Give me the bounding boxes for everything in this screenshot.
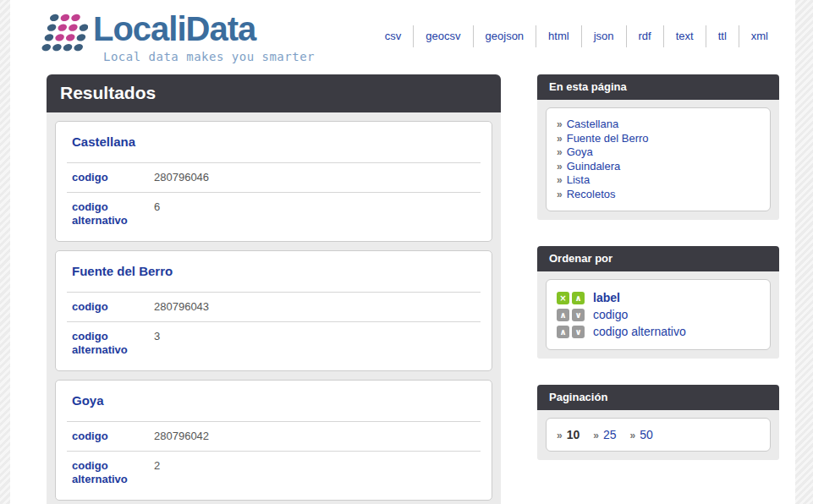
list-item: »Fuente del Berro	[557, 132, 760, 146]
toc-link-lista[interactable]: Lista	[567, 173, 590, 186]
chevron-right-icon: »	[557, 430, 563, 441]
content: Resultados Castellana codigo 280796046 c…	[10, 74, 795, 504]
field-label: codigo	[72, 300, 154, 314]
page-size-current[interactable]: 10	[567, 428, 580, 441]
format-link-xml[interactable]: xml	[739, 25, 780, 47]
toc-link-fuente-del-berro[interactable]: Fuente del Berro	[567, 132, 649, 145]
format-link-text[interactable]: text	[663, 25, 706, 47]
page: LocaliData Local data makes you smarter …	[10, 0, 795, 504]
sort-asc-icon[interactable]: ∧	[557, 326, 569, 338]
result-card-castellana: Castellana codigo 280796046 codigo alter…	[55, 121, 492, 242]
chevron-right-icon: »	[593, 430, 599, 441]
on-this-page-body: »Castellana »Fuente del Berro »Goya »Gui…	[537, 100, 779, 220]
chevron-right-icon: »	[557, 133, 563, 145]
field-value: 280796042	[154, 430, 209, 443]
format-link-csv[interactable]: csv	[373, 25, 414, 47]
chevron-right-icon: »	[557, 174, 563, 186]
page-size-option-50[interactable]: »50	[630, 428, 653, 441]
sort-option-codigo[interactable]: codigo	[593, 308, 628, 321]
table-row: codigo 280796043	[67, 292, 481, 321]
table-row: codigo alternativo 6	[67, 192, 481, 241]
format-link-geojson[interactable]: geojson	[473, 25, 536, 47]
sort-card: × ∧ label ∧ ∨ codigo ∧ ∨ codigo alte	[546, 279, 771, 350]
page-size-link[interactable]: 50	[640, 428, 653, 441]
chevron-right-icon: »	[557, 118, 563, 130]
sort-widget: Ordenar por × ∧ label ∧ ∨ codigo	[537, 246, 779, 359]
field-value: 2	[154, 459, 160, 486]
sort-asc-icon[interactable]: ∧	[557, 309, 569, 321]
format-link-json[interactable]: json	[581, 25, 626, 47]
toc-link-castellana[interactable]: Castellana	[567, 118, 618, 130]
field-label: codigo	[72, 171, 154, 184]
list-item: »Goya	[557, 145, 760, 160]
sort-desc-icon[interactable]: ∨	[572, 326, 585, 338]
format-link-html[interactable]: html	[536, 25, 581, 47]
format-link-geocsv[interactable]: geocsv	[413, 25, 472, 47]
sort-option-label[interactable]: label	[593, 291, 620, 304]
list-item: »Castellana	[557, 118, 760, 132]
brand-text: LocaliData Local data makes you smarter	[93, 8, 315, 63]
sort-widget-body: × ∧ label ∧ ∨ codigo ∧ ∨ codigo alte	[537, 271, 779, 359]
list-item: »Recoletos	[557, 188, 760, 202]
pagination-card: »10 »25 »50	[546, 418, 771, 452]
result-card-title: Goya	[67, 381, 481, 421]
brand-tagline: Local data makes you smarter	[103, 50, 315, 63]
sort-row-codigo-alternativo: ∧ ∨ codigo alternativo	[557, 323, 760, 340]
list-item: »Guindalera	[557, 160, 760, 174]
format-nav: csv geocsv geojson html json rdf text tt…	[373, 25, 780, 47]
table-row: codigo alternativo 2	[67, 451, 481, 500]
top-bar: LocaliData Local data makes you smarter …	[10, 8, 795, 74]
field-label: codigo alternativo	[72, 200, 154, 227]
result-card-goya: Goya codigo 280796042 codigo alternativo…	[55, 380, 492, 501]
on-this-page-widget: En esta página »Castellana »Fuente del B…	[537, 74, 779, 220]
field-value: 3	[154, 330, 160, 357]
results-panel: Resultados Castellana codigo 280796046 c…	[47, 74, 501, 504]
on-this-page-title: En esta página	[537, 74, 779, 100]
sort-row-codigo: ∧ ∨ codigo	[557, 306, 760, 323]
field-label: codigo alternativo	[72, 330, 154, 357]
toc-link-goya[interactable]: Goya	[567, 145, 593, 158]
sort-row-label: × ∧ label	[557, 289, 760, 306]
field-label: codigo alternativo	[72, 459, 154, 486]
result-card-title: Castellana	[67, 122, 481, 162]
sort-desc-icon[interactable]: ∨	[572, 309, 585, 321]
table-row: codigo 280796046	[67, 162, 481, 192]
result-card-title: Fuente del Berro	[67, 251, 481, 292]
field-value: 280796043	[154, 300, 209, 314]
page-size-option-25[interactable]: »25	[593, 428, 616, 441]
toc-link-guindalera[interactable]: Guindalera	[567, 160, 621, 173]
table-row: codigo alternativo 3	[67, 321, 481, 370]
chevron-right-icon: »	[557, 189, 563, 200]
remove-sort-icon[interactable]: ×	[557, 292, 569, 304]
pagination-body: »10 »25 »50	[537, 410, 779, 460]
format-link-ttl[interactable]: ttl	[706, 25, 739, 47]
sort-asc-active-icon[interactable]: ∧	[572, 292, 585, 304]
chevron-right-icon: »	[630, 430, 636, 441]
pagination-title: Paginación	[537, 385, 779, 410]
sort-widget-title: Ordenar por	[537, 246, 779, 271]
page-size-option-10[interactable]: »10	[557, 428, 580, 441]
brand-logo[interactable]: LocaliData Local data makes you smarter	[41, 8, 315, 63]
page-size-link[interactable]: 25	[603, 428, 617, 441]
results-panel-title: Resultados	[47, 74, 501, 112]
results-list: Castellana codigo 280796046 codigo alter…	[47, 112, 501, 504]
field-label: codigo	[72, 430, 154, 443]
chevron-right-icon: »	[557, 146, 563, 158]
field-value: 280796046	[154, 171, 209, 184]
sort-option-codigo-alternativo[interactable]: codigo alternativo	[593, 325, 686, 338]
toc-link-recoletos[interactable]: Recoletos	[567, 188, 616, 200]
sidebar: En esta página »Castellana »Fuente del B…	[537, 74, 779, 486]
result-card-fuente-del-berro: Fuente del Berro codigo 280796043 codigo…	[55, 250, 492, 371]
chevron-right-icon: »	[557, 161, 563, 173]
table-row: codigo 280796042	[67, 421, 481, 451]
localidata-dots-icon	[41, 10, 88, 56]
on-this-page-card: »Castellana »Fuente del Berro »Goya »Gui…	[546, 107, 771, 211]
format-link-rdf[interactable]: rdf	[626, 25, 663, 47]
brand-name: LocaliData	[93, 8, 315, 49]
list-item: »Lista	[557, 173, 760, 188]
pagination-widget: Paginación »10 »25 »50	[537, 385, 779, 460]
field-value: 6	[154, 200, 160, 227]
